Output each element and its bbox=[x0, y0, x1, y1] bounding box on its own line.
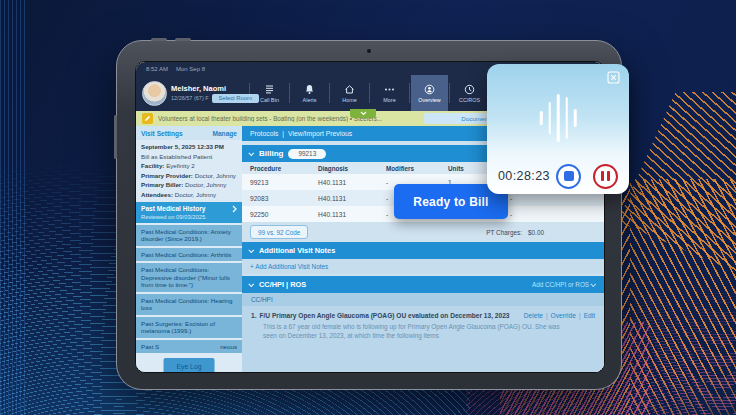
edit-link[interactable]: Edit bbox=[584, 312, 595, 319]
past-medical-history-header[interactable]: Past Medical History Reviewed on 09/03/2… bbox=[136, 202, 242, 224]
history-item[interactable]: Past Medical Conditions: Hearing loss bbox=[136, 294, 242, 316]
manage-link[interactable]: Manage bbox=[212, 130, 237, 137]
pmh-reviewed-date: Reviewed on 09/03/2025. bbox=[141, 214, 237, 220]
chevron-down-icon bbox=[248, 150, 254, 156]
pt-charges: PT Charges: $0.00 bbox=[486, 229, 544, 236]
visit-date: September 5, 2025 12:33 PM bbox=[141, 143, 237, 150]
patient-name: Melsher, Naomi bbox=[171, 84, 242, 93]
home-icon bbox=[344, 84, 355, 95]
pencil-icon bbox=[142, 113, 153, 124]
cchpi-item: 1. F/U Primary Open Angle Glaucoma (POAG… bbox=[242, 306, 604, 372]
recording-timer: 00:28:23 bbox=[498, 169, 550, 183]
stop-icon bbox=[564, 171, 574, 181]
status-time: 8:52 AM bbox=[146, 66, 168, 72]
nav-call-btn[interactable]: Call Btn bbox=[251, 75, 288, 111]
additional-notes-header[interactable]: Additional Visit Notes bbox=[242, 242, 604, 259]
visit-info: September 5, 2025 12:33 PM Bill as Estab… bbox=[136, 140, 242, 202]
visit-settings-title[interactable]: Visit Settings bbox=[141, 130, 183, 137]
chevron-down-icon bbox=[248, 247, 254, 253]
nav-ccros[interactable]: CC/ROS bbox=[451, 75, 488, 111]
pt-charges-value: $0.00 bbox=[528, 229, 544, 236]
banner-text: Volunteers at local theater building set… bbox=[158, 115, 382, 122]
override-link[interactable]: Override bbox=[551, 312, 576, 319]
nav-more[interactable]: More bbox=[371, 75, 408, 111]
add-additional-notes-link[interactable]: + Add Additional Visit Notes bbox=[250, 263, 328, 270]
patient-avatar[interactable] bbox=[142, 81, 167, 106]
history-item[interactable]: Past S neous bbox=[136, 340, 242, 354]
chevron-down-icon bbox=[360, 111, 367, 116]
bell-icon bbox=[304, 84, 315, 95]
billing-footer: 99 vs. 92 Code PT Charges: $0.00 bbox=[242, 222, 604, 242]
banner-collapse-tab[interactable] bbox=[350, 109, 376, 118]
status-date: Mon Sep 8 bbox=[176, 66, 205, 72]
pause-icon bbox=[607, 171, 610, 181]
recording-widget: 00:28:23 bbox=[487, 64, 629, 194]
clock-icon bbox=[464, 84, 475, 95]
visit-sidebar: Visit Settings Manage September 5, 2025 … bbox=[136, 126, 242, 372]
nav-home[interactable]: Home bbox=[331, 75, 368, 111]
cchpi-sublabel: CC/HPI bbox=[242, 293, 604, 306]
code-compare-button[interactable]: 99 vs. 92 Code bbox=[250, 225, 308, 239]
chevron-right-icon bbox=[232, 205, 237, 213]
billing-title: Billing bbox=[259, 149, 283, 158]
visit-primary-provider: Primary Provider: Doctor, Johnny bbox=[141, 172, 237, 179]
patient-summary: Melsher, Naomi 12/26/57 (67) F Select Ro… bbox=[136, 75, 248, 111]
tablet-volume-button bbox=[175, 38, 191, 41]
chevron-down-icon bbox=[590, 281, 596, 287]
call-list-icon bbox=[264, 84, 275, 95]
ellipsis-icon bbox=[384, 84, 395, 95]
person-circle-icon bbox=[424, 84, 435, 95]
pause-icon bbox=[601, 171, 604, 181]
history-item[interactable]: Past Medical Conditions: Anxiety disorde… bbox=[136, 225, 242, 247]
history-item[interactable]: Past Medical Conditions: Depressive diso… bbox=[136, 263, 242, 292]
visit-primary-biller: Primary Biller: Doctor, Johnny bbox=[141, 181, 237, 188]
chevron-down-icon bbox=[248, 281, 254, 287]
protocols-link[interactable]: Protocols bbox=[250, 130, 278, 137]
history-item[interactable]: Past Surgeries: Excision of melanoma (19… bbox=[136, 317, 242, 339]
history-list: Past Medical Conditions: Anxiety disorde… bbox=[136, 225, 242, 373]
cchpi-item-body: This is a 67 year old female who is foll… bbox=[263, 323, 563, 340]
view-import-link[interactable]: View/Import Previous bbox=[288, 130, 352, 137]
tablet-camera bbox=[367, 49, 371, 53]
pause-button[interactable] bbox=[593, 164, 618, 189]
audio-waveform bbox=[540, 94, 577, 142]
nav-overview[interactable]: Overview bbox=[411, 75, 448, 111]
visit-facility: Facility: Eyefinity 2 bbox=[141, 162, 237, 169]
cchpi-section-header[interactable]: CC/HPI | ROS Add CC/HPI or ROS bbox=[242, 276, 604, 293]
close-icon[interactable] bbox=[607, 71, 620, 84]
patient-dob: 12/26/57 (67) F bbox=[171, 95, 209, 101]
nav-alerts[interactable]: Alerts bbox=[291, 75, 328, 111]
cchpi-item-title: F/U Primary Open Angle Glaucoma (POAG) O… bbox=[260, 312, 510, 319]
billing-code-badge: 99213 bbox=[288, 149, 326, 159]
visit-bill-type: Bill as Established Patient bbox=[141, 153, 237, 160]
tablet-side-button bbox=[114, 115, 117, 159]
add-cchpi-link[interactable]: Add CC/HPI or ROS bbox=[532, 281, 596, 288]
history-item[interactable]: Past Medical Conditions: Arthritis bbox=[136, 248, 242, 262]
eye-log-button[interactable]: Eye Log bbox=[164, 358, 215, 372]
visit-attendees: Attendees: Doctor, Johnny bbox=[141, 191, 237, 198]
stop-button[interactable] bbox=[556, 164, 581, 189]
tablet-volume-button bbox=[151, 38, 167, 41]
recorder-controls: 00:28:23 bbox=[487, 158, 629, 194]
delete-link[interactable]: Delete bbox=[524, 312, 543, 319]
